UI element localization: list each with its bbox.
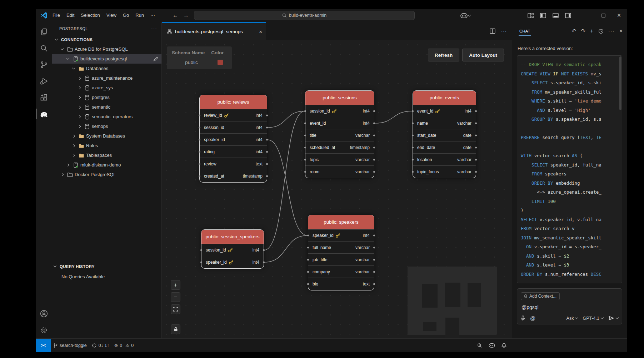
chat-tab[interactable]: CHAT bbox=[519, 27, 531, 36]
table-reviews[interactable]: public: reviewsreview_idint4session_idin… bbox=[200, 95, 267, 182]
table-header[interactable]: public: session_speakers bbox=[201, 230, 264, 244]
forward-arrow-icon[interactable]: → bbox=[183, 12, 189, 19]
tree-item-databases[interactable]: Databases bbox=[52, 64, 161, 73]
run-debug-icon[interactable] bbox=[36, 73, 52, 89]
table-header[interactable]: public: speakers bbox=[308, 215, 374, 229]
column-end_date[interactable]: end_datedate bbox=[413, 141, 476, 154]
menu-edit[interactable]: Edit bbox=[63, 11, 78, 20]
tree-item-roles[interactable]: Roles bbox=[52, 141, 161, 150]
column-topic_focus[interactable]: topic_focusvarchar bbox=[413, 166, 476, 178]
column-event_id[interactable]: event_idint4 bbox=[305, 117, 374, 129]
tab-schema-diagram[interactable]: buildevents-postgresql: semops × bbox=[162, 22, 266, 40]
column-job_title[interactable]: job_titlevarchar bbox=[308, 254, 374, 266]
extensions-icon[interactable] bbox=[36, 89, 52, 106]
tree-item-azure-maintenance[interactable]: azure_maintenance bbox=[52, 73, 161, 83]
column-name[interactable]: namevarchar bbox=[413, 117, 476, 129]
tree-item-buildevents-postgresql[interactable]: buildevents-postgresql bbox=[52, 54, 161, 64]
mention-icon[interactable]: @ bbox=[530, 315, 535, 321]
sync-status-item[interactable]: 0↓ 1↑ bbox=[89, 339, 112, 352]
chat-input-box[interactable]: Add Context... @pgsql @ Ask GPT-4.1 bbox=[517, 288, 622, 324]
source-control-icon[interactable] bbox=[36, 56, 52, 73]
remote-indicator[interactable]: >< bbox=[36, 339, 51, 352]
settings-gear-icon[interactable] bbox=[36, 322, 52, 338]
column-event_id[interactable]: event_idint4 bbox=[413, 105, 476, 117]
command-center-search[interactable]: build-events-admin bbox=[194, 11, 415, 20]
fit-view-button[interactable] bbox=[171, 304, 180, 314]
tree-item-semantic-operators[interactable]: semantic_operators bbox=[52, 112, 161, 121]
split-editor-icon[interactable] bbox=[490, 28, 495, 34]
chat-more-actions[interactable]: ··· bbox=[608, 28, 615, 34]
query-history-section[interactable]: QUERY HISTORY bbox=[52, 262, 161, 271]
sidebar-more-actions[interactable]: ··· bbox=[151, 26, 157, 31]
column-title[interactable]: titlevarchar bbox=[305, 129, 374, 141]
menu-go[interactable]: Go bbox=[120, 11, 132, 20]
column-session_id[interactable]: session_idint4 bbox=[201, 244, 264, 256]
toggle-primary-sidebar-icon[interactable] bbox=[540, 13, 546, 18]
column-speaker_id[interactable]: speaker_idint4 bbox=[201, 256, 264, 268]
table-header[interactable]: public: reviews bbox=[200, 95, 267, 109]
search-icon[interactable] bbox=[36, 40, 52, 56]
microphone-icon[interactable] bbox=[521, 315, 525, 321]
chat-close-icon[interactable]: × bbox=[619, 28, 623, 34]
menu-file[interactable]: File bbox=[49, 11, 63, 20]
column-full_name[interactable]: full_namevarchar bbox=[308, 242, 374, 254]
add-context-chip[interactable]: Add Context... bbox=[521, 292, 560, 300]
menu-view[interactable]: View bbox=[103, 11, 120, 20]
tree-item-semops[interactable]: semops bbox=[52, 121, 161, 131]
menu-run[interactable]: Run bbox=[132, 11, 147, 20]
zoom-in-button[interactable]: + bbox=[171, 280, 180, 290]
column-location[interactable]: locationvarchar bbox=[413, 154, 476, 166]
edit-pencil-icon[interactable] bbox=[153, 56, 159, 62]
notifications-bell-icon[interactable] bbox=[499, 343, 509, 348]
schema-canvas[interactable]: public: reviewsreview_idint4session_idin… bbox=[162, 40, 512, 338]
column-room[interactable]: roomvarchar bbox=[305, 166, 374, 178]
close-button[interactable]: × bbox=[611, 9, 627, 22]
column-start_date[interactable]: start_datedate bbox=[413, 129, 476, 141]
tree-item-azure-db-for-postgresql[interactable]: Azure DB for PostgreSQL bbox=[52, 44, 161, 54]
column-session_id[interactable]: session_idint4 bbox=[200, 121, 267, 134]
copilot-status-icon[interactable] bbox=[486, 343, 498, 348]
undo-icon[interactable]: ↶ bbox=[572, 28, 576, 34]
column-speaker_id[interactable]: speaker_idint4 bbox=[308, 229, 374, 242]
tab-close-icon[interactable]: × bbox=[259, 29, 262, 35]
column-speaker_id[interactable]: speaker_idint4 bbox=[200, 134, 267, 146]
tree-item-connections[interactable]: CONNECTIONS bbox=[52, 35, 161, 44]
tree-item-azure-sys[interactable]: azure_sys bbox=[52, 83, 161, 93]
table-speakers[interactable]: public: speakersspeaker_idint4full_namev… bbox=[308, 215, 374, 290]
explorer-icon[interactable] bbox=[36, 24, 52, 40]
tree-item-system-databases[interactable]: System Databases bbox=[52, 131, 161, 141]
new-chat-icon[interactable]: + bbox=[590, 28, 594, 35]
back-arrow-icon[interactable]: ← bbox=[173, 12, 178, 19]
zoom-out-button[interactable]: − bbox=[171, 292, 180, 302]
menu-selection[interactable]: Selection bbox=[78, 11, 103, 20]
chat-history-icon[interactable] bbox=[598, 29, 604, 34]
diagram-minimap[interactable] bbox=[408, 267, 497, 335]
redo-icon[interactable]: ↷ bbox=[581, 28, 585, 34]
editor-more-actions[interactable]: ··· bbox=[501, 29, 507, 34]
model-picker[interactable]: GPT-4.1 bbox=[583, 316, 603, 321]
table-sessions[interactable]: public: sessionssession_idint4event_idin… bbox=[305, 91, 374, 178]
chat-input-value[interactable]: @pgsql bbox=[521, 300, 618, 315]
tree-item-mluk-diskann-demo[interactable]: mluk-diskann-demo bbox=[52, 160, 161, 170]
tree-item-semantic[interactable]: semantic bbox=[52, 102, 161, 112]
table-header[interactable]: public: sessions bbox=[305, 91, 374, 105]
table-header[interactable]: public: events bbox=[413, 91, 476, 105]
send-button[interactable] bbox=[608, 315, 618, 321]
tree-item-docker-postgresql[interactable]: Docker PostgreSQL bbox=[52, 170, 161, 179]
mode-picker[interactable]: Ask bbox=[566, 316, 578, 321]
tree-item-tablespaces[interactable]: Tablespaces bbox=[52, 150, 161, 160]
menu-[interactable]: ··· bbox=[147, 11, 158, 20]
column-created_at[interactable]: created_attimestamp bbox=[200, 170, 267, 182]
table-events[interactable]: public: eventsevent_idint4namevarcharsta… bbox=[413, 91, 476, 178]
column-scheduled_at[interactable]: scheduled_attimestamp bbox=[305, 141, 374, 154]
toggle-panel-icon[interactable] bbox=[553, 13, 559, 18]
auto-layout-button[interactable]: Auto Layout bbox=[462, 49, 504, 61]
postgresql-elephant-icon[interactable] bbox=[36, 106, 52, 122]
tree-item-postgres[interactable]: postgres bbox=[52, 93, 161, 102]
maximize-button[interactable] bbox=[595, 9, 611, 22]
column-topic[interactable]: topicvarchar bbox=[305, 154, 374, 166]
customize-layout-icon[interactable] bbox=[528, 13, 534, 18]
column-review[interactable]: reviewtext bbox=[200, 158, 267, 170]
lock-button[interactable] bbox=[171, 324, 180, 334]
column-session_id[interactable]: session_idint4 bbox=[305, 105, 374, 117]
